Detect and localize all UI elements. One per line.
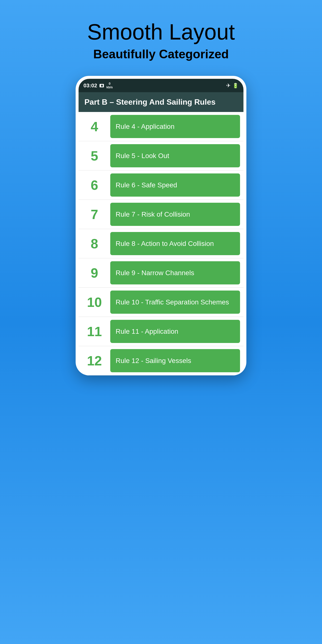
sub-title: Beautifully Categorized [87, 47, 235, 61]
list-item[interactable]: 10Rule 10 - Traffic Separation Schemes [78, 288, 244, 317]
list-item[interactable]: 8Rule 8 - Action to Avoid Collision [78, 229, 244, 258]
status-right: ✈ 🔋 [226, 82, 238, 89]
airplane-icon: ✈ [226, 82, 230, 89]
main-title: Smooth Layout [87, 20, 235, 45]
rule-number: 8 [78, 236, 110, 252]
rule-label-box[interactable]: Rule 4 - Application [110, 115, 240, 138]
rule-label: Rule 11 - Application [116, 328, 178, 336]
image-icon: ▣ [100, 84, 104, 87]
rule-label: Rule 9 - Narrow Channels [116, 269, 194, 277]
list-item[interactable]: 11Rule 11 - Application [78, 317, 244, 346]
status-bar: 03:02 ▣ 0 kb/s ✈ 🔋 [78, 79, 244, 92]
rule-number: 9 [78, 265, 110, 281]
rule-label-box[interactable]: Rule 8 - Action to Avoid Collision [110, 232, 240, 255]
rules-list: 4Rule 4 - Application5Rule 5 - Look Out6… [78, 112, 244, 376]
rule-label: Rule 10 - Traffic Separation Schemes [116, 298, 229, 306]
rule-number: 4 [78, 119, 110, 134]
battery-icon: 🔋 [232, 83, 238, 88]
rule-label-box[interactable]: Rule 7 - Risk of Collision [110, 203, 240, 226]
rule-label: Rule 4 - Application [116, 123, 174, 130]
promo-header: Smooth Layout Beautifully Categorized [87, 20, 235, 61]
rule-number: 11 [78, 324, 110, 339]
rule-label-box[interactable]: Rule 6 - Safe Speed [110, 174, 240, 196]
rule-number: 7 [78, 206, 110, 222]
list-item[interactable]: 6Rule 6 - Safe Speed [78, 170, 244, 200]
status-time: 03:02 [84, 82, 97, 89]
rule-number: 5 [78, 148, 110, 164]
phone-frame: 03:02 ▣ 0 kb/s ✈ 🔋 Part B – Steering And… [76, 76, 246, 376]
list-item[interactable]: 5Rule 5 - Look Out [78, 141, 244, 170]
rule-number: 6 [78, 177, 110, 193]
rule-label-box[interactable]: Rule 5 - Look Out [110, 144, 240, 167]
list-item[interactable]: 4Rule 4 - Application [78, 112, 244, 141]
list-item[interactable]: 12Rule 12 - Sailing Vessels [78, 346, 244, 376]
status-left: 03:02 ▣ 0 kb/s [84, 82, 113, 89]
phone-screen: 03:02 ▣ 0 kb/s ✈ 🔋 Part B – Steering And… [78, 79, 244, 376]
list-item[interactable]: 7Rule 7 - Risk of Collision [78, 200, 244, 229]
rule-label-box[interactable]: Rule 9 - Narrow Channels [110, 261, 240, 284]
rule-label: Rule 12 - Sailing Vessels [116, 357, 191, 365]
rule-label: Rule 7 - Risk of Collision [116, 210, 190, 218]
app-header-title: Part B – Steering And Sailing Rules [84, 98, 216, 106]
rule-number: 10 [78, 294, 110, 310]
rule-label: Rule 6 - Safe Speed [116, 181, 177, 189]
rule-label: Rule 8 - Action to Avoid Collision [116, 240, 214, 248]
kb-indicator: 0 kb/s [106, 82, 113, 89]
app-header: Part B – Steering And Sailing Rules [78, 92, 244, 112]
rule-label-box[interactable]: Rule 11 - Application [110, 320, 240, 343]
rule-number: 12 [78, 353, 110, 368]
list-item[interactable]: 9Rule 9 - Narrow Channels [78, 258, 244, 288]
rule-label-box[interactable]: Rule 12 - Sailing Vessels [110, 349, 240, 372]
rule-label-box[interactable]: Rule 10 - Traffic Separation Schemes [110, 290, 240, 314]
rule-label: Rule 5 - Look Out [116, 152, 169, 160]
